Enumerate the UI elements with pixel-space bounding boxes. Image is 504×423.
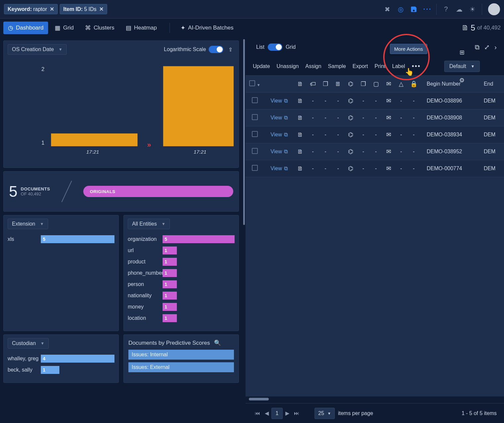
list-item[interactable]: Issues: Internal: [128, 350, 234, 360]
list-item[interactable]: organization5: [128, 235, 235, 243]
tab-grid[interactable]: ▦Grid: [50, 22, 78, 34]
columns-icon[interactable]: ⊞: [460, 49, 465, 56]
view-link[interactable]: View ⧉: [270, 98, 287, 104]
warning-icon[interactable]: △: [399, 81, 403, 87]
close-icon[interactable]: ✕: [50, 6, 54, 12]
originals-pill[interactable]: ORIGINALS: [83, 186, 233, 197]
table-row[interactable]: View ⧉🗎---⌬--✉--DEMO-038896DEM: [246, 93, 504, 109]
mail-icon: ✉: [386, 114, 391, 121]
list-item[interactable]: product1: [128, 258, 235, 266]
view-link[interactable]: View ⧉: [270, 166, 287, 172]
tab-dashboard[interactable]: ◷Dashboard: [3, 22, 48, 34]
panel-custodian: Custodian▼ whalley, greg4beck, sally1: [3, 334, 119, 383]
view-link[interactable]: View ⧉: [270, 115, 287, 121]
mail-icon: ✉: [386, 131, 391, 138]
view-link[interactable]: View ⧉: [270, 132, 287, 138]
action-print[interactable]: Print: [375, 63, 386, 69]
list-item[interactable]: money1: [128, 303, 235, 311]
action-assign[interactable]: Assign: [305, 63, 321, 69]
view-link[interactable]: View ⧉: [270, 149, 287, 155]
tab-heatmap[interactable]: ▤Heatmap: [121, 22, 162, 34]
export-icon[interactable]: ⇪: [226, 45, 235, 54]
clusters-icon: ⌘: [85, 24, 91, 32]
filter-chip-keyword[interactable]: Keyword:raptor✕: [4, 4, 58, 14]
action-update[interactable]: Update: [253, 63, 270, 69]
dropdown-extension[interactable]: Extension▼: [8, 219, 48, 229]
list-item[interactable]: person1: [128, 280, 235, 288]
square-icon[interactable]: ▢: [373, 81, 379, 87]
cloud-icon[interactable]: ☁: [455, 5, 464, 14]
more-icon[interactable]: ⋯: [422, 5, 432, 14]
tooltip-more-actions: More Actions: [390, 44, 427, 54]
list-item[interactable]: xls 5: [8, 235, 114, 243]
mode-label-grid: Grid: [286, 44, 296, 50]
table-row[interactable]: View ⧉🗎---⌬--✉--DEMO-038908DEM: [246, 109, 504, 126]
table-row[interactable]: View ⧉🗎---⌬--✉--DEMO-000774DEM: [246, 160, 504, 177]
checkbox-all[interactable]: [249, 80, 255, 86]
table-row[interactable]: View ⧉🗎---⌬--✉--DEMO-038952DEM: [246, 143, 504, 160]
clear-filters-icon[interactable]: ✖: [383, 5, 392, 14]
page-last[interactable]: ⏭: [292, 408, 301, 419]
page-prev[interactable]: ◀: [262, 408, 271, 419]
per-page-select[interactable]: 25▼: [315, 408, 335, 419]
split-handle[interactable]: [242, 37, 246, 423]
action-label[interactable]: Label: [392, 63, 405, 69]
list-item[interactable]: location1: [128, 314, 235, 322]
dropdown-creation-date[interactable]: OS Creation Date▼: [8, 44, 67, 55]
help-icon[interactable]: ?: [441, 5, 451, 14]
row-checkbox[interactable]: [252, 165, 258, 171]
horizontal-scrollbar[interactable]: [249, 398, 269, 400]
tree-icon: ⌬: [348, 148, 353, 155]
tab-ai-batches[interactable]: ✦AI-Driven Batches: [176, 22, 238, 34]
list-item[interactable]: phone_number1: [128, 269, 235, 277]
panel-documents: 5 DOCUMENTS OF 40,492 ORIGINALS: [3, 171, 239, 212]
action-bar: Update Unassign Assign Sample Export Pri…: [246, 57, 504, 76]
list-item[interactable]: whalley, greg4: [8, 355, 114, 363]
lock-icon[interactable]: 🔒: [410, 81, 417, 87]
page-number[interactable]: 1: [271, 408, 283, 419]
brightness-icon[interactable]: ☀: [468, 5, 477, 14]
pagination: ⏮ ◀ 1 ▶ ⏭ 25▼ items per page 1 - 5 of 5 …: [246, 403, 504, 423]
action-unassign[interactable]: Unassign: [277, 63, 299, 69]
row-checkbox[interactable]: [252, 148, 258, 154]
filetype-icon[interactable]: 🗎: [297, 81, 303, 87]
dropdown-custodian[interactable]: Custodian▼: [8, 338, 49, 349]
chart-creation-date[interactable]: 2 1 » 17:21 17:21: [4, 58, 239, 168]
list-item[interactable]: url1: [128, 247, 235, 254]
save-icon[interactable]: [409, 5, 418, 14]
tree-icon[interactable]: ⌬: [348, 81, 353, 87]
overlay-icon[interactable]: ❐: [323, 81, 328, 87]
tag-icon[interactable]: 🏷: [310, 81, 316, 87]
row-checkbox[interactable]: [252, 114, 258, 120]
page-icon[interactable]: 🗏: [335, 81, 341, 87]
toggle-log-scale[interactable]: [209, 46, 223, 53]
copy-icon[interactable]: ❐: [361, 81, 366, 87]
svg-rect-3: [163, 66, 234, 146]
page-next[interactable]: ▶: [283, 408, 292, 419]
list-item[interactable]: nationality1: [128, 292, 235, 300]
results-grid: ▼ 🗎 🏷 ❐ 🗏 ⌬ ❐ ▢ ✉ △ 🔒 Begin Number End: [246, 76, 504, 396]
table-row[interactable]: View ⧉🗎---⌬--✉--DEMO-038934DEM: [246, 126, 504, 143]
row-checkbox[interactable]: [252, 131, 258, 137]
search-icon[interactable]: 🔍: [214, 339, 221, 346]
toggle-list-grid[interactable]: [268, 43, 282, 51]
list-item[interactable]: beck, sally1: [8, 366, 114, 374]
target-icon[interactable]: ◎: [396, 5, 405, 14]
mail-icon[interactable]: ✉: [386, 81, 391, 87]
tab-clusters[interactable]: ⌘Clusters: [80, 22, 119, 34]
mail-icon: ✉: [386, 148, 391, 155]
chevron-down-icon: ▼: [40, 222, 44, 226]
action-export[interactable]: Export: [353, 63, 368, 69]
close-icon[interactable]: ✕: [99, 6, 104, 12]
filter-chip-itemid[interactable]: Item ID:5 IDs✕: [60, 4, 107, 14]
svg-rect-2: [51, 133, 138, 146]
gear-icon[interactable]: ⚙: [459, 77, 465, 84]
dropdown-entities[interactable]: All Entities▼: [128, 219, 170, 229]
avatar[interactable]: [488, 3, 500, 15]
action-sample[interactable]: Sample: [328, 63, 346, 69]
page-first[interactable]: ⏮: [253, 408, 262, 419]
list-item[interactable]: Issues: External: [128, 362, 234, 372]
row-checkbox[interactable]: [252, 97, 258, 103]
log-scale-label: Logarithmic Scale: [164, 46, 206, 52]
dropdown-profile[interactable]: Default▼: [444, 61, 480, 72]
